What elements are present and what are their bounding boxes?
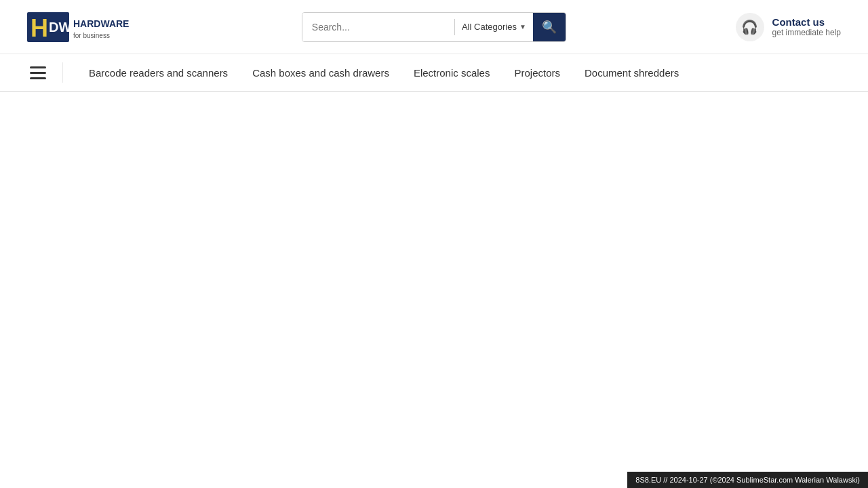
headset-icon: 🎧 (736, 13, 764, 41)
category-select[interactable]: All Categories ▼ (455, 13, 533, 41)
logo-area: H DWR HARDWARE for business (27, 9, 132, 45)
contact-area: 🎧 Contact us get immediate help (736, 13, 841, 41)
logo: H DWR HARDWARE for business (27, 9, 132, 45)
search-icon: 🔍 (542, 20, 557, 35)
hamburger-line (30, 72, 46, 74)
nav-item-scales[interactable]: Electronic scales (401, 54, 502, 92)
headset-symbol: 🎧 (741, 19, 758, 35)
nav-item-barcode[interactable]: Barcode readers and scanners (77, 54, 240, 92)
nav-item-shredders[interactable]: Document shredders (572, 54, 691, 92)
nav-items: Barcode readers and scanners Cash boxes … (77, 54, 691, 91)
header: H DWR HARDWARE for business All Categori… (0, 0, 868, 54)
svg-text:HARDWARE: HARDWARE (73, 18, 129, 29)
nav-divider (62, 62, 63, 83)
search-button[interactable]: 🔍 (533, 13, 566, 41)
contact-subtitle: get immediate help (772, 28, 841, 37)
hamburger-button[interactable] (27, 64, 49, 82)
hamburger-line (30, 77, 46, 79)
contact-title[interactable]: Contact us (772, 16, 841, 28)
search-input[interactable] (302, 13, 454, 41)
svg-text:H: H (31, 14, 48, 42)
svg-text:for business: for business (73, 32, 110, 39)
hamburger-line (30, 66, 46, 68)
nav-item-projectors[interactable]: Projectors (502, 54, 572, 92)
search-bar: All Categories ▼ 🔍 (302, 12, 566, 42)
chevron-down-icon: ▼ (519, 23, 526, 30)
category-label: All Categories (462, 22, 517, 32)
footer-copyright: 8S8.EU // 2024-10-27 (©2024 SublimeStar.… (627, 472, 868, 488)
contact-info: Contact us get immediate help (772, 16, 841, 37)
main-content (0, 92, 868, 458)
navbar: Barcode readers and scanners Cash boxes … (0, 54, 868, 92)
nav-item-cash[interactable]: Cash boxes and cash drawers (240, 54, 401, 92)
